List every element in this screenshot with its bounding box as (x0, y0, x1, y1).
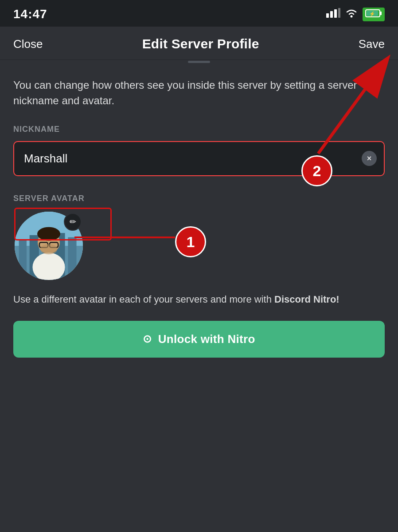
svg-point-22 (40, 244, 58, 254)
status-bar: 14:47 ⚡ (0, 0, 398, 27)
annotation-bubble-1: 1 (175, 226, 206, 257)
svg-point-17 (37, 227, 60, 240)
battery-icon: ⚡ (363, 8, 385, 21)
nickname-section-label: NICKNAME (13, 125, 385, 134)
nitro-unlock-button[interactable]: ⊙ Unlock with Nitro (13, 321, 385, 358)
status-time: 14:47 (13, 7, 47, 21)
avatar-section-label: SERVER AVATAR (13, 194, 385, 203)
signal-icon (326, 8, 340, 20)
page-title: Edit Server Profile (142, 36, 259, 51)
svg-rect-3 (338, 8, 340, 18)
avatar-wrapper: ✏ (13, 210, 84, 281)
nitro-icon: ⊙ (143, 333, 152, 345)
close-button[interactable]: Close (13, 37, 43, 51)
server-avatar-section: SERVER AVATAR (13, 194, 385, 358)
status-icons: ⚡ (326, 8, 385, 21)
svg-text:⚡: ⚡ (369, 11, 375, 17)
main-content: You can change how others see you inside… (0, 64, 398, 371)
header: Close Edit Server Profile Save (0, 27, 398, 60)
svg-rect-1 (330, 11, 333, 18)
svg-rect-0 (326, 13, 329, 18)
nickname-clear-button[interactable]: × (362, 151, 377, 166)
wifi-icon (345, 8, 358, 20)
svg-rect-11 (19, 239, 27, 280)
annotation-bubble-2: 2 (301, 155, 332, 186)
annotation-connector-line (74, 236, 175, 238)
svg-rect-6 (380, 12, 382, 15)
svg-point-4 (351, 16, 353, 18)
svg-rect-15 (68, 237, 76, 280)
description-text: You can change how others see you inside… (13, 78, 385, 109)
nitro-button-label: Unlock with Nitro (158, 332, 255, 346)
save-button[interactable]: Save (359, 37, 385, 51)
avatar-description: Use a different avatar in each of your s… (13, 292, 385, 307)
drag-handle (188, 61, 210, 63)
svg-rect-2 (334, 9, 337, 18)
avatar-edit-button[interactable]: ✏ (64, 213, 82, 231)
